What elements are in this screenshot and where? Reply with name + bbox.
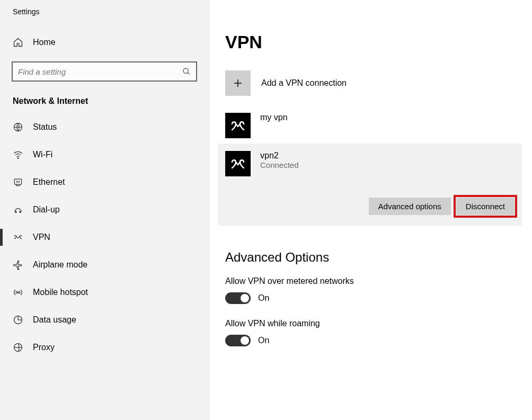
svg-point-0 (183, 68, 188, 73)
sidebar-item-hotspot[interactable]: Mobile hotspot (0, 279, 209, 306)
add-vpn-label: Add a VPN connection (261, 78, 347, 88)
toggle-roaming: Allow VPN while roaming On (225, 319, 532, 346)
vpn-tile-icon (225, 113, 251, 138)
dialup-icon (13, 204, 23, 215)
sidebar-item-label: Status (33, 122, 57, 132)
sidebar-item-status[interactable]: Status (0, 113, 209, 141)
settings-sidebar: Settings Home Network & Internet Status … (0, 0, 209, 420)
ethernet-icon (13, 177, 23, 187)
sidebar-item-label: Dial-up (33, 205, 60, 215)
vpn-connection-item[interactable]: my vpn (225, 108, 532, 144)
vpn-action-buttons: Advanced options Disconnect (225, 198, 515, 215)
sidebar-category: Network & Internet (0, 82, 209, 113)
sidebar-item-label: Airplane mode (33, 260, 87, 270)
wifi-icon (13, 149, 23, 160)
vpn-status: Connected (260, 160, 299, 169)
globe-icon (13, 122, 23, 132)
vpn-name: vpn2 (260, 151, 299, 160)
sidebar-item-label: Wi-Fi (33, 150, 52, 159)
window-title: Settings (0, 7, 209, 16)
vpn-tile-icon (225, 151, 251, 176)
sidebar-item-label: Data usage (33, 315, 76, 325)
sidebar-item-dialup[interactable]: Dial-up (0, 196, 209, 224)
sidebar-item-label: Ethernet (33, 177, 65, 187)
vpn-name: my vpn (260, 113, 288, 122)
plus-icon: + (225, 70, 251, 96)
toggle-switch-roaming[interactable] (225, 335, 251, 346)
advanced-options-heading: Advanced Options (225, 250, 532, 265)
toggle-switch-metered[interactable] (225, 292, 251, 304)
toggle-state: On (258, 336, 269, 345)
vpn-info: my vpn (260, 113, 288, 122)
main-content: VPN + Add a VPN connection my vpn vpn2 C… (209, 0, 532, 420)
advanced-options-button[interactable]: Advanced options (369, 198, 451, 215)
vpn-connection-item: vpn2 Connected (225, 151, 515, 176)
svg-line-1 (188, 73, 189, 74)
sidebar-item-label: Proxy (33, 343, 55, 352)
sidebar-item-vpn[interactable]: VPN (0, 224, 209, 251)
vpn-icon (13, 232, 23, 243)
svg-point-7 (17, 292, 19, 293)
search-icon (182, 67, 191, 76)
sidebar-home[interactable]: Home (0, 32, 209, 53)
sidebar-item-airplane[interactable]: Airplane mode (0, 251, 209, 279)
sidebar-home-label: Home (33, 38, 56, 47)
disconnect-button[interactable]: Disconnect (456, 198, 515, 215)
sidebar-item-label: Mobile hotspot (33, 288, 88, 297)
vpn-connection-selected[interactable]: vpn2 Connected Advanced options Disconne… (218, 144, 522, 226)
add-vpn-connection[interactable]: + Add a VPN connection (225, 68, 532, 98)
sidebar-item-proxy[interactable]: Proxy (0, 334, 209, 361)
hotspot-icon (13, 287, 23, 298)
toggle-label: Allow VPN over metered networks (225, 276, 532, 286)
airplane-icon (13, 260, 23, 270)
svg-point-5 (15, 211, 17, 213)
data-icon (13, 315, 23, 325)
toggle-state: On (258, 293, 269, 303)
toggle-label: Allow VPN while roaming (225, 319, 532, 328)
home-icon (13, 37, 23, 48)
search-box[interactable] (12, 61, 197, 82)
sidebar-item-wifi[interactable]: Wi-Fi (0, 141, 209, 168)
sidebar-item-datausage[interactable]: Data usage (0, 306, 209, 334)
vpn-info: vpn2 Connected (260, 151, 299, 169)
toggle-metered: Allow VPN over metered networks On (225, 276, 532, 304)
svg-point-3 (17, 158, 19, 159)
proxy-icon (13, 342, 23, 353)
page-title: VPN (225, 32, 532, 52)
search-input[interactable] (18, 67, 182, 76)
sidebar-item-ethernet[interactable]: Ethernet (0, 168, 209, 196)
sidebar-item-label: VPN (33, 233, 50, 242)
svg-point-6 (20, 211, 21, 213)
